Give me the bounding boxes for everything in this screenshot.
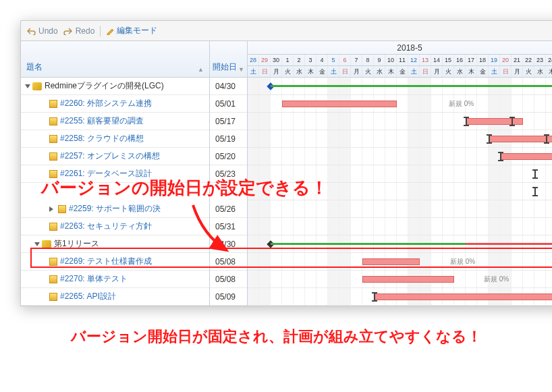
sort-icon[interactable]: ▼ <box>238 66 244 73</box>
redo-label: Redo <box>76 26 95 36</box>
expand-icon[interactable] <box>34 242 40 246</box>
row-subject: #2255: 顧客要望の調査 <box>60 115 144 127</box>
gantt-row <box>248 235 552 253</box>
task-row[interactable]: #2265: API設計 <box>21 288 209 306</box>
separator <box>100 26 101 36</box>
task-icon <box>49 275 57 283</box>
day-num: 28 <box>248 55 259 65</box>
weekday: 金 <box>477 66 489 77</box>
weekday: 日 <box>339 66 351 77</box>
weekday: 水 <box>454 66 466 77</box>
bar-handle-icon[interactable] <box>534 169 536 179</box>
day-num: 16 <box>454 55 466 65</box>
weekday: 土 <box>489 66 500 77</box>
gantt-row: 新規 0 <box>248 148 552 165</box>
gantt-row: 新規 0% <box>248 113 552 130</box>
task-row[interactable]: #2258: クラウドの構想 <box>21 130 209 148</box>
weekday: 水 <box>534 66 546 77</box>
status-label: 新規 0% <box>484 275 509 284</box>
bar-handle-icon[interactable] <box>489 134 490 144</box>
task-icon <box>49 135 57 143</box>
gantt-row: 新規 0% <box>248 253 552 271</box>
gantt-row <box>248 200 552 218</box>
task-bar[interactable] <box>362 276 454 283</box>
weekday: 金 <box>397 66 408 77</box>
row-subject: #2259: サポート範囲の決 <box>69 203 161 215</box>
undo-icon <box>26 27 36 35</box>
bar-handle-icon[interactable] <box>546 134 547 144</box>
task-bar[interactable] <box>489 136 552 142</box>
bar-handle-icon[interactable] <box>500 152 501 161</box>
summary-bar[interactable] <box>271 243 466 245</box>
weekday: 火 <box>282 66 294 77</box>
day-num: 6 <box>339 55 351 65</box>
bar-handle-icon[interactable] <box>512 117 513 126</box>
redo-button[interactable]: Redo <box>63 26 95 36</box>
task-row[interactable]: #2257: オンプレミスの構想 <box>21 148 209 165</box>
row-subject: #2258: クラウドの構想 <box>60 133 144 144</box>
task-row[interactable]: #2259: サポート範囲の決 <box>21 200 209 218</box>
bar-handle-icon[interactable] <box>466 117 467 126</box>
task-icon <box>49 117 57 125</box>
day-numbers: 2829301234567891011121314151617181920212… <box>248 55 552 66</box>
task-row[interactable]: #2270: 単体テスト <box>21 271 209 288</box>
task-icon <box>49 100 57 108</box>
task-row[interactable]: #2255: 顧客要望の調査 <box>21 113 209 130</box>
task-bar[interactable] <box>374 293 552 300</box>
package-icon <box>42 240 51 248</box>
caption-text: バージョン開始日が固定され、計画が組み立てやすくなる！ <box>20 327 532 347</box>
summary-bar[interactable] <box>466 243 552 245</box>
edit-mode-label: 編集モード <box>117 25 157 36</box>
weekday: 土 <box>248 66 259 77</box>
group-row[interactable]: 第1リリース <box>21 235 209 253</box>
expand-icon[interactable] <box>49 206 56 212</box>
weekday: 水 <box>374 66 385 77</box>
status-label: 新規 0% <box>449 99 474 109</box>
subject-header[interactable]: 題名 ▲ <box>21 41 209 78</box>
date-cell: 04/30 <box>210 235 247 253</box>
day-num: 2 <box>294 55 305 65</box>
redo-icon <box>63 27 73 35</box>
task-row[interactable]: #2269: テスト仕様書作成 <box>21 253 209 271</box>
date-column: 開始日 ▼ 04/3005/0105/1705/1905/2005/2305/2… <box>210 41 248 306</box>
bar-handle-icon[interactable] <box>534 187 536 196</box>
expand-icon[interactable] <box>25 84 30 88</box>
sort-icon[interactable]: ▲ <box>198 66 204 73</box>
group-row[interactable]: Redmineプラグインの開発(LGC) <box>21 78 209 95</box>
day-num: 22 <box>523 55 534 65</box>
day-num: 14 <box>431 55 443 65</box>
date-cell: 05/08 <box>210 253 247 271</box>
date-cell: 05/19 <box>210 130 247 148</box>
gantt-row <box>248 218 552 235</box>
task-icon <box>49 258 57 266</box>
date-cell: 05/09 <box>210 288 247 306</box>
undo-button[interactable]: Undo <box>26 26 58 36</box>
task-row[interactable]: #2260: 外部システム連携 <box>21 95 209 113</box>
date-header[interactable]: 開始日 ▼ <box>210 41 247 78</box>
task-bar[interactable] <box>466 118 523 125</box>
task-row[interactable]: #2261: データベース設計 <box>21 165 209 183</box>
day-num: 19 <box>489 55 500 65</box>
month-label: 2018-5 <box>248 41 552 55</box>
pencil-icon <box>106 27 114 35</box>
task-bar[interactable] <box>362 258 420 265</box>
edit-mode-button[interactable]: 編集モード <box>106 25 157 36</box>
row-subject: #2257: オンプレミスの構想 <box>60 150 160 162</box>
summary-bar[interactable] <box>271 85 552 87</box>
bar-handle-icon[interactable] <box>374 292 375 302</box>
weekday: 日 <box>500 66 512 77</box>
date-header-label: 開始日 <box>213 61 237 73</box>
day-num: 30 <box>271 55 282 65</box>
weekday: 金 <box>316 66 328 77</box>
gantt-header: 2018-5 282930123456789101112131415161718… <box>248 41 552 78</box>
undo-label: Undo <box>38 26 58 36</box>
task-bar[interactable] <box>282 101 397 107</box>
day-num: 8 <box>362 55 374 65</box>
date-cell: 05/20 <box>210 148 247 165</box>
gantt-row <box>248 288 552 306</box>
task-bar[interactable] <box>500 153 552 160</box>
task-row[interactable]: #2263: セキュリティ方針 <box>21 218 209 235</box>
day-num: 7 <box>351 55 362 65</box>
row-subject: 第1リリース <box>54 238 99 250</box>
subject-header-label: 題名 <box>26 61 43 73</box>
